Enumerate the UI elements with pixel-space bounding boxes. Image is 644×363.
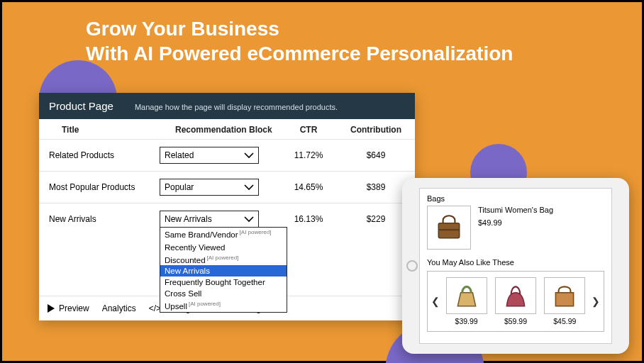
dropdown-option[interactable]: Upsell[AI powered]: [160, 299, 287, 312]
select-value: Popular: [165, 182, 194, 192]
tablet-home-button[interactable]: [406, 260, 418, 272]
panel-subtitle: Manage how the page will display recomme…: [135, 103, 338, 111]
recommendation-carousel: ❮ $39.99 $59.99 $45.99 ❯: [427, 271, 604, 332]
table-row: Most Popular Products Popular 14.65% $38…: [39, 171, 415, 203]
block-select-related[interactable]: Related: [160, 147, 259, 164]
dropdown-option[interactable]: Cross Sell: [160, 288, 287, 299]
col-block: Recommendation Block: [160, 125, 280, 135]
tablet-preview: Bags Titsumi Women's Bag $49.99 You May …: [402, 178, 629, 354]
product-name: Titsumi Women's Bag: [478, 206, 553, 214]
carousel-prev-button[interactable]: ❮: [431, 296, 440, 307]
block-select-popular[interactable]: Popular: [160, 179, 259, 196]
reco-item[interactable]: $59.99: [495, 277, 536, 325]
recommendation-heading: You May Also Like These: [427, 258, 604, 267]
bag-icon: [452, 281, 482, 311]
headline-line2: With AI Powered eCommerce Personalizatio…: [86, 41, 513, 66]
dropdown-option[interactable]: Same Brand/Vendor[AI powered]: [160, 228, 287, 240]
svg-rect-2: [556, 293, 574, 306]
block-dropdown[interactable]: Same Brand/Vendor[AI powered] Recently V…: [160, 227, 287, 313]
category-label: Bags: [427, 194, 604, 203]
contribution-value: $649: [337, 150, 415, 160]
dropdown-option[interactable]: Frequently Bought Together: [160, 277, 287, 288]
play-icon: [48, 304, 55, 313]
svg-rect-1: [438, 229, 459, 230]
select-value: Related: [165, 150, 194, 160]
table-row: Related Products Related 11.72% $649: [39, 139, 415, 171]
col-title: Title: [46, 125, 160, 135]
reco-item[interactable]: $45.99: [544, 277, 585, 325]
col-ctr: CTR: [280, 125, 337, 135]
panel-title: Product Page: [49, 100, 113, 112]
row-title: Related Products: [46, 150, 160, 160]
product-price: $49.99: [478, 218, 553, 227]
bag-icon: [434, 213, 464, 242]
ctr-value: 16.13%: [280, 214, 337, 224]
bag-icon: [501, 281, 531, 311]
col-contribution: Contribution: [337, 125, 415, 135]
chevron-down-icon: [244, 184, 254, 191]
reco-price: $59.99: [495, 317, 536, 325]
ctr-value: 11.72%: [280, 150, 337, 160]
dropdown-option[interactable]: Recently Viewed: [160, 240, 287, 253]
hero-headline: Grow Your Business With AI Powered eComm…: [86, 16, 513, 66]
svg-rect-0: [438, 223, 459, 238]
column-headers: Title Recommendation Block CTR Contribut…: [39, 119, 415, 139]
analytics-button[interactable]: Analytics: [102, 303, 136, 313]
block-select-new-arrivals[interactable]: New Arrivals: [160, 211, 259, 228]
dropdown-option-selected[interactable]: New Arrivals: [160, 265, 287, 277]
reco-price: $45.99: [544, 317, 585, 325]
panel-header: Product Page Manage how the page will di…: [39, 93, 415, 119]
headline-line1: Grow Your Business: [86, 16, 513, 41]
recommendation-admin-panel: Product Page Manage how the page will di…: [39, 93, 415, 320]
dropdown-option[interactable]: Discounted[AI powered]: [160, 253, 287, 266]
preview-button[interactable]: Preview: [48, 303, 89, 313]
row-title: New Arrivals: [46, 214, 160, 224]
tablet-screen: Bags Titsumi Women's Bag $49.99 You May …: [419, 188, 612, 344]
bag-icon: [550, 281, 579, 311]
product-thumbnail[interactable]: [427, 206, 471, 250]
select-value: New Arrivals: [165, 214, 212, 224]
row-title: Most Popular Products: [46, 182, 160, 192]
reco-price: $39.99: [446, 317, 487, 325]
carousel-next-button[interactable]: ❯: [591, 296, 601, 307]
reco-item[interactable]: $39.99: [446, 277, 487, 325]
chevron-down-icon: [244, 152, 254, 159]
ctr-value: 14.65%: [280, 182, 337, 192]
table-row: New Arrivals New Arrivals 16.13% $229 Sa…: [39, 203, 415, 296]
chevron-down-icon: [244, 216, 254, 223]
